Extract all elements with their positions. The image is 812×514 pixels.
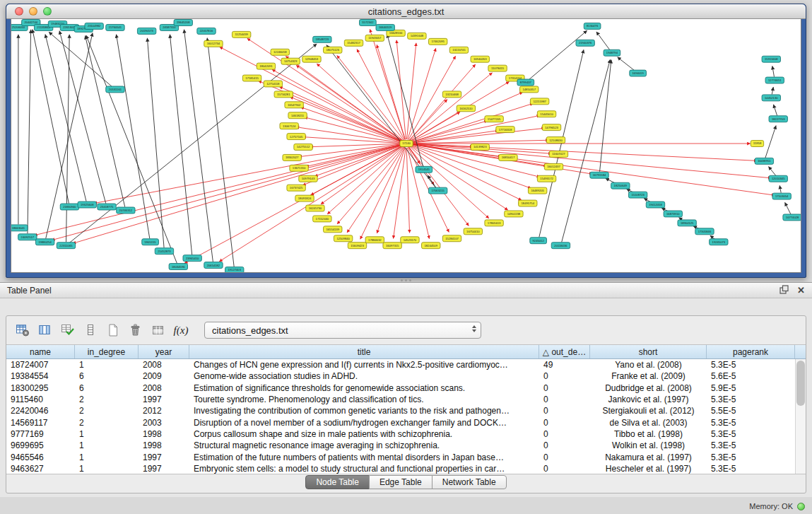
network-node[interactable]: 17063215 bbox=[428, 187, 447, 194]
network-node[interactable]: 14275512 bbox=[294, 144, 312, 151]
network-node[interactable]: 16547902 bbox=[285, 102, 303, 108]
column-header-pagerank[interactable]: pagerank bbox=[707, 345, 795, 358]
network-node[interactable]: 15108723 bbox=[628, 192, 647, 198]
network-node[interactable]: 18227703 bbox=[769, 116, 787, 122]
network-node[interactable]: 14452130 bbox=[762, 95, 780, 101]
network-node[interactable]: 8799437 bbox=[517, 79, 534, 86]
network-node[interactable]: 21940376 bbox=[576, 40, 594, 46]
tab-edge-table[interactable]: Edge Table bbox=[369, 475, 433, 489]
zoom-window-button[interactable] bbox=[43, 7, 52, 16]
network-node[interactable]: 17462095 bbox=[428, 38, 447, 45]
row-format-button[interactable] bbox=[81, 321, 100, 339]
import-table-button[interactable] bbox=[149, 321, 167, 339]
column-header-in_degree[interactable]: in_degree bbox=[75, 345, 139, 358]
network-node[interactable]: 16489205 bbox=[528, 187, 546, 194]
network-node[interactable]: 20531161 bbox=[106, 86, 124, 93]
network-node[interactable]: 20746312 bbox=[117, 207, 135, 214]
network-node[interactable]: 14902238 bbox=[505, 211, 523, 217]
float-panel-icon[interactable] bbox=[779, 285, 789, 296]
show-columns-button[interactable] bbox=[36, 321, 54, 339]
network-node[interactable]: 9245012 bbox=[530, 238, 547, 244]
network-node[interactable]: 15493172 bbox=[537, 175, 555, 182]
network-node[interactable]: 22057816 bbox=[197, 28, 216, 34]
network-node[interactable]: 23104982 bbox=[85, 23, 103, 29]
network-node[interactable]: 1914545 bbox=[416, 166, 433, 173]
network-node[interactable]: 19245073 bbox=[710, 239, 728, 245]
network-node[interactable]: 14391648 bbox=[408, 33, 426, 39]
network-node[interactable]: 14850357 bbox=[520, 86, 539, 93]
network-node[interactable]: 16774028 bbox=[783, 214, 801, 221]
network-node[interactable]: 20190573 bbox=[137, 28, 155, 34]
network-node[interactable]: 12108630 bbox=[546, 137, 565, 144]
network-node[interactable]: 17305846 bbox=[695, 228, 714, 235]
network-node[interactable]: 12246058 bbox=[271, 49, 289, 55]
network-node[interactable]: 14754323 bbox=[281, 58, 300, 64]
network-node[interactable]: 11943057 bbox=[365, 35, 384, 41]
network-node[interactable]: 15734281 bbox=[274, 91, 293, 98]
network-node[interactable]: 16640519 bbox=[376, 24, 394, 30]
table-row[interactable]: 1938455462009Genome-wide association stu… bbox=[6, 370, 795, 382]
network-node[interactable]: 18302027 bbox=[283, 154, 301, 160]
table-row[interactable]: 2242004622012Investigating the contribut… bbox=[6, 405, 795, 416]
network-node[interactable]: 15477205 bbox=[485, 116, 503, 122]
network-node[interactable]: 21452873 bbox=[155, 248, 173, 255]
network-node[interactable]: 15482317 bbox=[344, 40, 363, 46]
network-node[interactable]: 5572342 bbox=[360, 19, 377, 25]
column-header-name[interactable]: name bbox=[6, 345, 75, 358]
column-header-short[interactable]: short bbox=[590, 345, 707, 358]
network-node[interactable]: 15958 bbox=[751, 141, 763, 147]
network-node[interactable]: 18548723 bbox=[313, 36, 331, 42]
network-node[interactable]: 10979143 bbox=[299, 175, 317, 182]
network-node[interactable]: 12774651 bbox=[765, 77, 784, 83]
network-node[interactable]: 11254439 bbox=[232, 31, 250, 37]
network-node[interactable]: 15445610 bbox=[537, 111, 555, 117]
network-node[interactable]: 21760541 bbox=[106, 24, 124, 30]
network-node[interactable]: 12754118 bbox=[264, 81, 282, 87]
network-node[interactable]: 12908453 bbox=[302, 56, 321, 62]
column-header-title[interactable]: title bbox=[189, 345, 539, 358]
network-node[interactable]: 13220741 bbox=[449, 47, 468, 53]
network-node[interactable]: 18034596 bbox=[169, 264, 187, 270]
select-rows-button[interactable] bbox=[59, 321, 77, 339]
network-node[interactable]: 18964125 bbox=[678, 220, 696, 226]
network-node[interactable]: 16245730 bbox=[306, 205, 324, 211]
network-node[interactable]: 16940263 bbox=[471, 56, 489, 62]
network-node[interactable]: 19880254 bbox=[35, 239, 54, 245]
network-node[interactable]: 18663041 bbox=[11, 225, 28, 231]
network-node[interactable]: 17240 bbox=[400, 141, 413, 147]
network-node[interactable]: 15609423 bbox=[348, 243, 366, 249]
network-node[interactable]: 18495754 bbox=[519, 200, 537, 206]
table-row[interactable]: 969969511998Structural magnetic resonanc… bbox=[6, 440, 795, 451]
network-node[interactable]: 24092517 bbox=[18, 234, 37, 240]
network-node[interactable]: 16737425 bbox=[287, 185, 305, 191]
network-table-selector[interactable]: citations_edges.txt bbox=[204, 322, 481, 339]
tab-node-table[interactable]: Node Table bbox=[305, 475, 370, 489]
table-row[interactable]: 1830029562008Estimation of significance … bbox=[6, 382, 795, 394]
network-node[interactable]: 17716318 bbox=[496, 127, 514, 133]
network-node[interactable]: 16097315 bbox=[383, 243, 401, 249]
network-node[interactable]: 16754410 bbox=[464, 228, 482, 235]
network-node[interactable]: 5905155 bbox=[142, 239, 159, 245]
network-node[interactable]: 12509840 bbox=[334, 235, 352, 242]
network-node[interactable]: 18250649 bbox=[611, 182, 630, 189]
network-node[interactable]: 22311065 bbox=[57, 243, 75, 249]
table-row[interactable]: 946362711997Embryonic stem cells: a mode… bbox=[6, 463, 795, 474]
network-node[interactable]: 23418775 bbox=[98, 204, 116, 210]
table-row[interactable]: 911546021997Tourette syndrome. Phenomeno… bbox=[6, 394, 795, 405]
network-node[interactable]: 11607427 bbox=[549, 151, 567, 157]
table-row[interactable]: 946554611997Estimation of the future num… bbox=[6, 451, 795, 462]
table-row[interactable]: 1456911722003Disruption of a novel membe… bbox=[6, 416, 795, 428]
table-options-button[interactable] bbox=[13, 321, 32, 339]
network-node[interactable]: 12757105 bbox=[287, 134, 305, 140]
network-node[interactable]: 14139823 bbox=[471, 144, 489, 151]
network-node[interactable]: 19325608 bbox=[78, 201, 96, 208]
network-node[interactable]: 19412058 bbox=[646, 201, 664, 208]
network-node[interactable]: 15913408 bbox=[762, 56, 780, 62]
network-node[interactable]: 21830940 bbox=[60, 204, 78, 210]
close-window-button[interactable] bbox=[15, 7, 23, 16]
network-node[interactable]: 14618211 bbox=[288, 112, 307, 119]
network-node[interactable]: 20118436 bbox=[551, 243, 570, 249]
network-node[interactable]: 19127403 bbox=[225, 267, 244, 272]
network-node[interactable]: 16850417 bbox=[499, 154, 517, 160]
network-window-titlebar[interactable]: citations_edges.txt bbox=[6, 4, 806, 19]
